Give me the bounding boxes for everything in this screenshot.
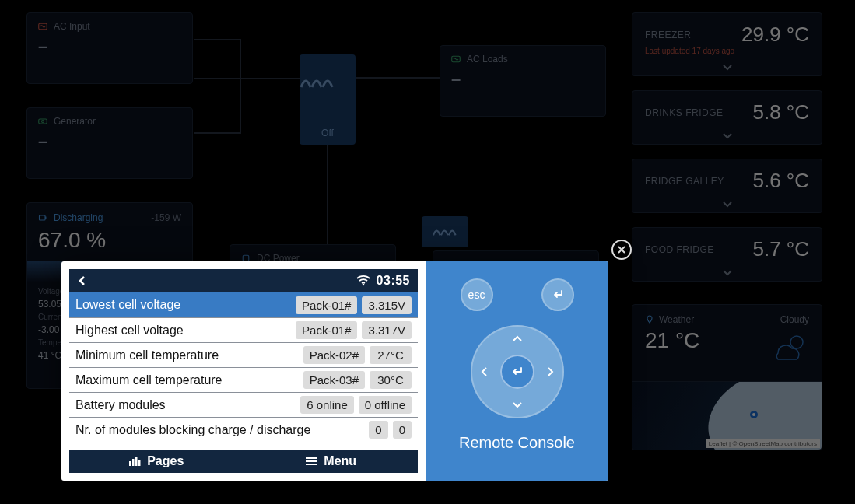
row-chip: 0 xyxy=(369,421,387,439)
list-item[interactable]: Lowest cell voltage Pack-01# 3.315V xyxy=(69,292,418,317)
list-item[interactable]: Maximum cell temperature Pack-03# 30°C xyxy=(69,367,418,392)
row-chip: Pack-01# xyxy=(296,321,357,339)
bars-icon xyxy=(128,457,141,466)
chevron-left-icon xyxy=(479,366,490,377)
row-label: Lowest cell voltage xyxy=(75,298,180,312)
remote-title: Remote Console xyxy=(459,434,575,452)
lcd-header: 03:55 xyxy=(69,269,418,292)
svg-rect-10 xyxy=(129,461,131,466)
lcd-footer: Pages Menu xyxy=(69,450,418,473)
svg-rect-13 xyxy=(138,460,141,466)
remote-console-modal: 03:55 Lowest cell voltage Pack-01# 3.315… xyxy=(61,261,608,481)
chevron-left-icon xyxy=(77,275,88,286)
chevron-right-icon xyxy=(545,366,555,377)
menu-button[interactable]: Menu xyxy=(244,450,419,473)
row-chip: Pack-01# xyxy=(296,296,357,314)
row-chip: 0 xyxy=(393,421,412,439)
svg-rect-12 xyxy=(135,457,138,466)
close-button[interactable] xyxy=(611,240,632,260)
row-label: Minimum cell temperature xyxy=(75,348,219,362)
back-button[interactable] xyxy=(77,275,88,286)
row-label: Nr. of modules blocking charge / dischar… xyxy=(75,423,310,437)
close-icon xyxy=(617,245,626,254)
list-item[interactable]: Minimum cell temperature Pack-02# 27°C xyxy=(69,342,418,367)
enter-icon xyxy=(510,366,525,377)
pages-label: Pages xyxy=(147,454,184,468)
row-chip: Pack-02# xyxy=(303,346,365,364)
svg-point-9 xyxy=(362,284,364,286)
dpad-up[interactable] xyxy=(510,331,525,347)
dpad-down[interactable] xyxy=(510,397,525,412)
enter-icon xyxy=(551,289,565,300)
row-chip: 27°C xyxy=(370,346,412,364)
lcd-rows: Lowest cell voltage Pack-01# 3.315V High… xyxy=(69,292,418,450)
list-item[interactable]: Highest cell voltage Pack-01# 3.317V xyxy=(69,317,418,342)
esc-label: esc xyxy=(468,289,485,301)
menu-label: Menu xyxy=(324,454,356,468)
list-item[interactable]: Battery modules 6 online 0 offline xyxy=(69,392,418,417)
row-label: Battery modules xyxy=(75,398,166,412)
row-chip: 6 online xyxy=(300,396,354,414)
remote-panel: esc Remote Console xyxy=(426,261,608,481)
row-chip: 3.315V xyxy=(362,296,412,314)
dpad-left[interactable] xyxy=(477,364,492,380)
pages-button[interactable]: Pages xyxy=(69,450,244,473)
dpad-right[interactable] xyxy=(542,364,558,380)
row-label: Highest cell voltage xyxy=(75,324,184,338)
dpad-center[interactable] xyxy=(500,355,534,389)
esc-button[interactable]: esc xyxy=(461,278,493,311)
row-chip: 3.317V xyxy=(362,321,412,339)
wifi-icon xyxy=(356,275,370,286)
chevron-down-icon xyxy=(512,399,523,410)
row-chip: 30°C xyxy=(370,371,412,389)
svg-rect-11 xyxy=(132,459,135,466)
menu-icon xyxy=(305,457,317,466)
row-label: Maximum cell temperature xyxy=(75,373,223,387)
lcd-time: 03:55 xyxy=(377,274,410,288)
enter-button[interactable] xyxy=(541,278,574,311)
list-item[interactable]: Nr. of modules blocking charge / dischar… xyxy=(69,417,418,442)
row-chip: 0 offline xyxy=(359,396,412,414)
row-chip: Pack-03# xyxy=(303,371,365,389)
lcd-panel: 03:55 Lowest cell voltage Pack-01# 3.315… xyxy=(61,261,426,481)
dpad xyxy=(471,325,564,418)
chevron-up-icon xyxy=(512,334,523,345)
